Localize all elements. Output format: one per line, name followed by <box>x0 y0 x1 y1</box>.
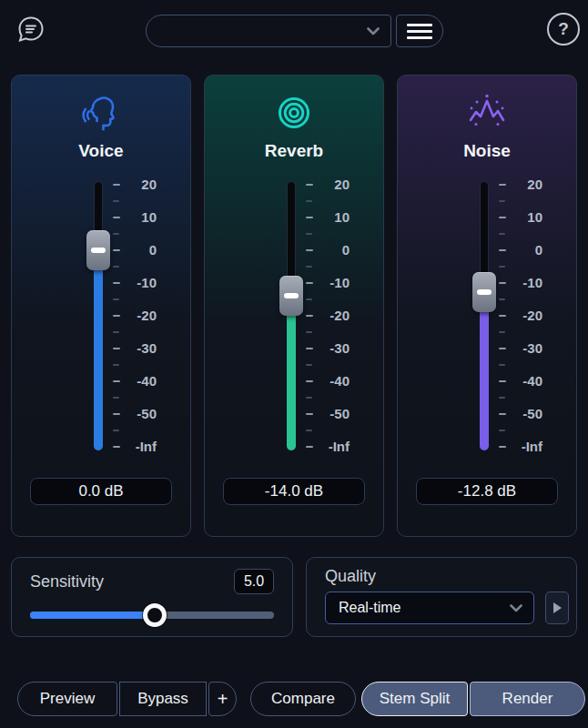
fader-tick-label: -30 <box>510 340 542 357</box>
fader-tick <box>306 282 313 284</box>
fader-tick-minor <box>306 298 312 300</box>
fader-tick <box>306 380 313 382</box>
add-button[interactable]: + <box>208 682 237 716</box>
fader-tick-label: -40 <box>510 373 542 389</box>
fader-fill <box>287 296 296 450</box>
fader-tick-minor <box>499 430 505 431</box>
fader-tick <box>113 217 120 218</box>
fader-tick <box>113 413 120 415</box>
fader-tick-minor <box>499 298 505 300</box>
fader-tick-label: -Inf <box>510 439 542 455</box>
fader-tick-label: -30 <box>317 340 350 357</box>
hamburger-icon <box>407 30 432 33</box>
fader-tick <box>306 249 313 251</box>
preset-controls <box>146 15 443 47</box>
play-arrow-icon <box>553 602 562 613</box>
hamburger-icon <box>407 36 432 39</box>
fader-tick-minor <box>306 233 312 235</box>
channel-panels: Voice 20100-10-20-30-40-50-Inf 0.0 dB Re… <box>11 75 577 537</box>
fader-tick-minor <box>113 397 119 399</box>
menu-button[interactable] <box>396 15 443 47</box>
question-mark-icon: ? <box>558 19 569 38</box>
fader-voice: 20100-10-20-30-40-50-Inf <box>33 172 169 463</box>
fader-tick-minor <box>499 200 505 202</box>
sensitivity-value[interactable]: 5.0 <box>234 569 274 594</box>
stem-split-button[interactable]: Stem Split <box>361 682 468 716</box>
preview-button[interactable]: Preview <box>17 682 117 716</box>
fader-handle[interactable] <box>472 272 496 312</box>
fader-tick <box>306 315 313 317</box>
fader-tick-label: 10 <box>510 209 542 226</box>
fader-tick-minor <box>499 233 505 235</box>
fader-tick <box>113 184 120 186</box>
channel-panel-voice: Voice 20100-10-20-30-40-50-Inf 0.0 dB <box>11 75 191 537</box>
quality-expand-button[interactable] <box>545 592 569 624</box>
fader-tick-label: 0 <box>317 242 350 258</box>
render-group: Stem Split Render <box>361 682 585 716</box>
value-readout[interactable]: -12.8 dB <box>416 478 558 505</box>
sensitivity-label: Sensitivity <box>30 572 104 592</box>
bypass-button[interactable]: Bypass <box>119 682 207 716</box>
fader-tick-label: 20 <box>124 177 157 193</box>
controls-row: Sensitivity 5.0 Quality Real-time <box>11 557 577 637</box>
quality-selected-value: Real-time <box>339 600 400 616</box>
help-button[interactable]: ? <box>547 13 580 46</box>
fader-tick <box>306 413 313 415</box>
sensitivity-knob[interactable] <box>143 603 167 627</box>
plugin-window: ? Voice 20100-10-20-30-40-50-Inf 0.0 dB <box>0 0 588 728</box>
value-readout[interactable]: -14.0 dB <box>223 478 365 505</box>
fader-tick-label: 20 <box>317 177 350 193</box>
fader-tick-minor <box>113 298 119 300</box>
fader-tick-label: -20 <box>124 308 157 324</box>
quality-panel: Quality Real-time <box>306 557 577 637</box>
fader-tick-minor <box>499 266 505 268</box>
fader-tick-label: -20 <box>510 308 542 324</box>
fader-tick <box>499 282 506 284</box>
fader-tick-label: -Inf <box>124 439 157 455</box>
channel-panel-noise: Noise 20100-10-20-30-40-50-Inf -12.8 dB <box>397 75 577 537</box>
fader-tick <box>499 348 506 349</box>
fader-tick-label: -40 <box>317 373 350 389</box>
fader-tick-minor <box>499 397 505 399</box>
fader-noise: 20100-10-20-30-40-50-Inf <box>419 172 555 463</box>
fader-tick <box>306 184 313 186</box>
fader-tick <box>113 249 120 251</box>
sensitivity-slider[interactable] <box>30 603 274 627</box>
fader-tick <box>499 184 506 186</box>
fader-tick-minor <box>306 200 312 202</box>
chevron-down-icon <box>367 27 380 35</box>
notes-button[interactable] <box>15 13 47 46</box>
value-readout[interactable]: 0.0 dB <box>30 478 172 505</box>
fader-handle[interactable] <box>86 230 110 270</box>
noise-wave-icon <box>398 86 576 139</box>
preset-dropdown[interactable] <box>146 15 391 47</box>
quality-dropdown[interactable]: Real-time <box>325 592 534 624</box>
fader-tick-minor <box>113 233 119 235</box>
footer-bar: Preview Bypass + Compare Stem Split Rend… <box>17 682 585 716</box>
fader-tick-label: -10 <box>510 275 542 291</box>
panel-title: Voice <box>12 141 190 161</box>
fader-tick <box>113 315 120 317</box>
panel-title: Reverb <box>205 141 383 161</box>
fader-handle[interactable] <box>279 276 303 316</box>
compare-button[interactable]: Compare <box>250 682 356 716</box>
fader-tick <box>499 217 506 218</box>
render-button[interactable]: Render <box>470 682 585 716</box>
fader-tick-minor <box>499 331 505 333</box>
fader-tick-label: 20 <box>510 177 542 193</box>
fader-fill <box>94 250 103 450</box>
fader-tick-minor <box>113 331 119 333</box>
fader-tick <box>113 348 120 349</box>
hamburger-icon <box>407 24 432 26</box>
fader-tick-label: -30 <box>124 340 157 357</box>
fader-tick-label: -40 <box>124 373 157 389</box>
fader-tick-label: 0 <box>510 242 542 258</box>
fader-tick-minor <box>113 430 119 431</box>
fader-tick-minor <box>306 266 312 268</box>
fader-tick <box>113 282 120 284</box>
speech-bubble-icon <box>15 33 47 48</box>
panel-title: Noise <box>398 141 576 161</box>
fader-tick <box>499 380 506 382</box>
sensitivity-panel: Sensitivity 5.0 <box>11 557 293 637</box>
fader-tick <box>306 217 313 218</box>
